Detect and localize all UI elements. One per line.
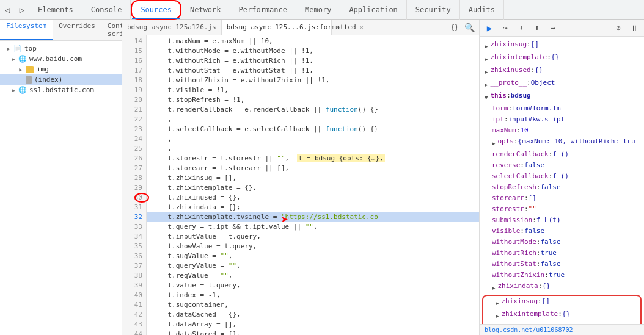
code-line-39: t.value = t.query, [147,281,479,290]
tree-item-index[interactable]: ▶ (index) [0,74,122,85]
scope-stoprefresh[interactable]: stopRefresh: false [480,182,644,193]
globe-icon-ss1: 🌐 [18,86,27,94]
tree-item-top[interactable]: ▶ 📄 top [0,43,122,54]
scope-reverse[interactable]: reverse: false [480,160,644,171]
code-line-36: t.sugValue = "", [147,251,479,261]
tree-item-ss1[interactable]: ▶ 🌐 ss1.bdstatic.com [0,85,122,95]
code-container: 14 15 16 17 18 19 20 21 22 23 24 25 26 2… [122,35,479,335]
code-line-24: , [147,134,479,144]
code-line-29: t.zhixintemplate = {}, [147,183,479,193]
step-over-button[interactable]: ↷ [498,21,513,35]
tab-overflow-icon[interactable]: » [332,23,343,32]
deactivate-breakpoints-button[interactable]: ⊘ [611,21,626,35]
tree-item-baidu[interactable]: ▶ 🌐 www.baidu.com [0,54,122,64]
tree-item-img[interactable]: ▶ img [0,64,122,74]
format-icon[interactable]: {} [447,20,462,35]
debugger-toolbar: ▶ ↷ ⬇ ⬆ → ⊘ ⏸ [480,20,644,37]
sidebar: Filesystem Overrides Content scripts » ▶… [0,20,122,335]
tab-audits[interactable]: Audits [460,0,504,20]
line-numbers: 14 15 16 17 18 19 20 21 22 23 24 25 26 2… [122,35,147,335]
code-line-35: t.showValue = t.query, [147,242,479,251]
sidebar-tab-content-scripts[interactable]: Content scripts [101,20,122,40]
blog-link[interactable]: blog.csdn.net/u011068702 [485,326,573,333]
scope-ipt[interactable]: ipt: input#kw.s_ipt [480,114,644,125]
tree-arrow-baidu: ▶ [10,56,17,63]
sidebar-tab-bar: Filesystem Overrides Content scripts » [0,20,122,41]
scope-this-bdsug[interactable]: ▼ this: bdsug [480,90,644,103]
code-line-40: t.index = -1, [147,290,479,300]
globe-icon: 🌐 [18,55,27,63]
tree-arrow-top: ▶ [5,45,12,52]
code-line-42: t.dataCached = {}, [147,310,479,320]
code-line-23: t.selectCallback = e.selectCallback || f… [147,124,479,134]
scope-zhixindata[interactable]: ▶ zhixindata: {} [480,281,644,294]
tab-security[interactable]: Security [407,0,460,20]
scope-withoutmode[interactable]: withoutMode: false [480,237,644,248]
tree-arrow-ss1: ▶ [10,87,17,94]
search-source-icon[interactable]: 🔍 [462,20,477,35]
scope-form[interactable]: form: form#form.fm [480,103,644,114]
code-line-38: t.reqValue = "", [147,271,479,281]
tab-memory[interactable]: Memory [296,0,340,20]
code-line-37: t.queryValue = "", [147,261,479,271]
step-out-button[interactable]: ⬆ [530,21,544,35]
pause-on-exception-button[interactable]: ⏸ [627,21,642,35]
code-line-14: t.maxNum = e.maxNum || 10, [147,37,479,46]
right-panel: ▶ ↷ ⬇ ⬆ → ⊘ ⏸ ▶ zhixinsug: [] ▶ zhixinte… [479,20,644,335]
scope-maxnum[interactable]: maxNum: 10 [480,125,644,136]
close-tab-icon[interactable]: ✕ [360,24,364,31]
scope-opts[interactable]: ▶ opts: {maxNum: 10, withoutRich: tru [480,136,644,149]
scope-selectcallback[interactable]: selectCallback: f () [480,171,644,182]
tab-elements[interactable]: Elements [29,0,82,20]
scope-withoutzhixin[interactable]: withoutZhixin: true [480,270,644,281]
code-line-19: t.visible = !1, [147,85,479,95]
scope-submission[interactable]: submission: f L(t) [480,215,644,226]
circled-section: ▶ zhixinsug: [] ▶ zhixintemplate: {} ▶ z… [482,295,642,324]
folder-icon-img [26,66,34,73]
scope-zhixintemplate-top[interactable]: ▶ zhixintemplate: {} [480,52,644,65]
step-button[interactable]: → [546,21,560,35]
expand-arrow-opts: ▶ [492,139,495,148]
step-into-button[interactable]: ⬇ [514,21,529,35]
expand-arrow: ▶ [492,283,495,293]
back-icon[interactable]: ◁ [0,2,15,17]
scope-withoutstat[interactable]: withoutStat: false [480,259,644,270]
code-line-20: t.stopRefresh = !1, [147,95,479,105]
tree-arrow-img: ▶ [17,66,24,73]
code-line-32: t.zhixintemplate.tvsingle = "https://ss1… [147,212,479,222]
scope-zhixinsug-inner[interactable]: ▶ zhixinsug: [] [483,296,640,309]
code-line-44: t.dataStored = [], [147,330,479,335]
scope-storestr[interactable]: storestr: "" [480,204,644,215]
scope-proto-top[interactable]: ▶ __proto__: Object [480,77,644,90]
tab-performance[interactable]: Performance [230,0,296,20]
tab-network[interactable]: Network [181,0,230,20]
expand-arrow: ▶ [485,80,488,90]
code-line-28: t.zhixinsug = [], [147,173,479,183]
forward-icon[interactable]: ▷ [15,2,29,17]
scope-zhixinused-top[interactable]: ▶ zhixinused: {} [480,65,644,77]
code-line-30: t.zhixinused = {}, [147,193,479,203]
sidebar-tab-overrides[interactable]: Overrides [53,20,101,40]
source-tab-formatted[interactable]: bdsug_async_125...6.js:formatted ✕ [222,20,332,35]
code-line-27: t.storearr = t.storearr || [], [147,164,479,173]
scope-zhixinsug-top[interactable]: ▶ zhixinsug: [] [480,39,644,52]
source-tab-minified[interactable]: bdsug_async_125a126.js [122,20,222,35]
code-line-41: t.sugcontainer, [147,300,479,310]
code-line-43: t.dataArray = [], [147,320,479,330]
code-lines: t.maxNum = e.maxNum || 10, t.withoutMode… [147,35,479,335]
top-icon: 📄 [13,45,22,52]
tab-sources[interactable]: Sources [131,0,181,20]
scope-storearr[interactable]: storearr: [] [480,193,644,204]
tab-console[interactable]: Console [82,0,131,20]
scope-withoutrich[interactable]: withoutRich: true [480,248,644,259]
code-line-31: t.zhixindata = {}; [147,203,479,212]
scope-zhixintemplate-inner[interactable]: ▶ zhixintemplate: {} [483,309,640,322]
tab-application[interactable]: Application [340,0,406,20]
scope-visible[interactable]: visible: false [480,226,644,237]
main-content: Filesystem Overrides Content scripts » ▶… [0,20,644,335]
scope-panel: ▶ zhixinsug: [] ▶ zhixintemplate: {} ▶ z… [480,37,644,324]
code-editor: 14 15 16 17 18 19 20 21 22 23 24 25 26 2… [122,35,479,335]
sidebar-tab-filesystem[interactable]: Filesystem [0,20,53,40]
resume-button[interactable]: ▶ [482,21,497,35]
scope-rendercallback[interactable]: renderCallback: f () [480,149,644,160]
